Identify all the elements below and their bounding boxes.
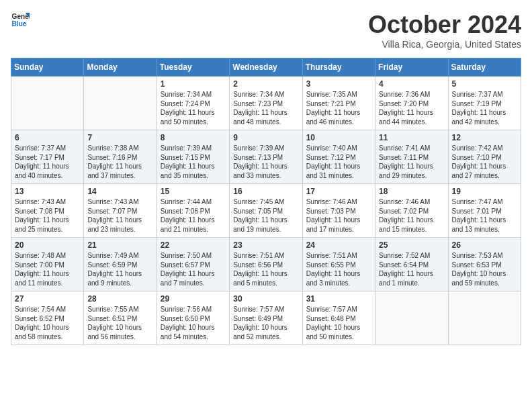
cell-content: Sunrise: 7:38 AM Sunset: 7:16 PM Dayligh… <box>87 144 152 180</box>
calendar-cell: 13Sunrise: 7:43 AM Sunset: 7:08 PM Dayli… <box>11 184 84 238</box>
calendar-week-2: 6Sunrise: 7:37 AM Sunset: 7:17 PM Daylig… <box>11 130 521 184</box>
day-number: 29 <box>161 294 226 304</box>
day-number: 9 <box>233 133 298 142</box>
cell-content: Sunrise: 7:37 AM Sunset: 7:19 PM Dayligh… <box>452 90 517 126</box>
day-number: 15 <box>161 187 226 196</box>
calendar-cell: 22Sunrise: 7:50 AM Sunset: 6:57 PM Dayli… <box>157 238 229 291</box>
cell-content: Sunrise: 7:56 AM Sunset: 6:50 PM Dayligh… <box>161 305 226 341</box>
calendar-cell: 14Sunrise: 7:43 AM Sunset: 7:07 PM Dayli… <box>84 184 157 238</box>
day-number: 12 <box>452 133 517 142</box>
cell-content: Sunrise: 7:50 AM Sunset: 6:57 PM Dayligh… <box>161 251 226 287</box>
day-number: 25 <box>379 240 444 250</box>
day-header-friday: Friday <box>375 58 448 77</box>
cell-content: Sunrise: 7:41 AM Sunset: 7:11 PM Dayligh… <box>379 144 444 180</box>
cell-content: Sunrise: 7:45 AM Sunset: 7:05 PM Dayligh… <box>233 197 298 234</box>
day-number: 20 <box>15 240 80 250</box>
calendar-cell: 25Sunrise: 7:52 AM Sunset: 6:54 PM Dayli… <box>375 238 448 291</box>
day-number: 1 <box>161 79 226 89</box>
calendar-cell: 11Sunrise: 7:41 AM Sunset: 7:11 PM Dayli… <box>375 130 448 184</box>
cell-content: Sunrise: 7:52 AM Sunset: 6:54 PM Dayligh… <box>379 251 444 287</box>
cell-content: Sunrise: 7:43 AM Sunset: 7:07 PM Dayligh… <box>87 197 152 234</box>
day-number: 4 <box>379 79 444 89</box>
day-number: 31 <box>306 294 371 304</box>
calendar-cell <box>375 291 448 345</box>
cell-content: Sunrise: 7:34 AM Sunset: 7:23 PM Dayligh… <box>233 90 298 126</box>
calendar-week-5: 27Sunrise: 7:54 AM Sunset: 6:52 PM Dayli… <box>11 291 521 345</box>
day-number: 7 <box>87 133 152 142</box>
day-number: 5 <box>452 79 517 89</box>
cell-content: Sunrise: 7:48 AM Sunset: 7:00 PM Dayligh… <box>15 251 80 287</box>
day-header-monday: Monday <box>84 58 157 77</box>
day-number: 22 <box>161 240 226 250</box>
cell-content: Sunrise: 7:40 AM Sunset: 7:12 PM Dayligh… <box>306 144 371 180</box>
calendar-cell: 27Sunrise: 7:54 AM Sunset: 6:52 PM Dayli… <box>11 291 84 345</box>
calendar-week-4: 20Sunrise: 7:48 AM Sunset: 7:00 PM Dayli… <box>11 238 521 291</box>
day-number: 8 <box>161 133 226 142</box>
calendar-cell: 8Sunrise: 7:39 AM Sunset: 7:15 PM Daylig… <box>157 130 229 184</box>
calendar-cell <box>11 77 84 130</box>
cell-content: Sunrise: 7:46 AM Sunset: 7:03 PM Dayligh… <box>306 197 371 234</box>
day-header-wednesday: Wednesday <box>230 58 302 77</box>
calendar-week-3: 13Sunrise: 7:43 AM Sunset: 7:08 PM Dayli… <box>11 184 521 238</box>
calendar-cell: 12Sunrise: 7:42 AM Sunset: 7:10 PM Dayli… <box>448 130 521 184</box>
cell-content: Sunrise: 7:57 AM Sunset: 6:48 PM Dayligh… <box>306 305 371 341</box>
calendar-cell: 26Sunrise: 7:53 AM Sunset: 6:53 PM Dayli… <box>448 238 521 291</box>
cell-content: Sunrise: 7:49 AM Sunset: 6:59 PM Dayligh… <box>87 251 152 287</box>
day-number: 18 <box>379 187 444 196</box>
logo-icon: General Blue <box>11 11 30 30</box>
day-number: 27 <box>15 294 80 304</box>
cell-content: Sunrise: 7:34 AM Sunset: 7:24 PM Dayligh… <box>161 90 226 126</box>
calendar-cell: 4Sunrise: 7:36 AM Sunset: 7:20 PM Daylig… <box>375 77 448 130</box>
calendar-table: SundayMondayTuesdayWednesdayThursdayFrid… <box>11 58 521 345</box>
cell-content: Sunrise: 7:57 AM Sunset: 6:49 PM Dayligh… <box>233 305 298 341</box>
cell-content: Sunrise: 7:42 AM Sunset: 7:10 PM Dayligh… <box>452 144 517 180</box>
cell-content: Sunrise: 7:46 AM Sunset: 7:02 PM Dayligh… <box>379 197 444 234</box>
calendar-cell: 10Sunrise: 7:40 AM Sunset: 7:12 PM Dayli… <box>302 130 375 184</box>
calendar-cell: 30Sunrise: 7:57 AM Sunset: 6:49 PM Dayli… <box>230 291 302 345</box>
day-number: 11 <box>379 133 444 142</box>
calendar-cell: 16Sunrise: 7:45 AM Sunset: 7:05 PM Dayli… <box>230 184 302 238</box>
cell-content: Sunrise: 7:51 AM Sunset: 6:55 PM Dayligh… <box>306 251 371 287</box>
cell-content: Sunrise: 7:37 AM Sunset: 7:17 PM Dayligh… <box>15 144 80 180</box>
calendar-cell: 17Sunrise: 7:46 AM Sunset: 7:03 PM Dayli… <box>302 184 375 238</box>
day-number: 10 <box>306 133 371 142</box>
calendar-cell <box>84 77 157 130</box>
day-number: 23 <box>233 240 298 250</box>
calendar-cell: 3Sunrise: 7:35 AM Sunset: 7:21 PM Daylig… <box>302 77 375 130</box>
calendar-cell: 18Sunrise: 7:46 AM Sunset: 7:02 PM Dayli… <box>375 184 448 238</box>
page-header: General Blue October 2024 Villa Rica, Ge… <box>11 11 521 50</box>
calendar-cell: 21Sunrise: 7:49 AM Sunset: 6:59 PM Dayli… <box>84 238 157 291</box>
cell-content: Sunrise: 7:53 AM Sunset: 6:53 PM Dayligh… <box>452 251 517 287</box>
day-header-thursday: Thursday <box>302 58 375 77</box>
calendar-cell: 9Sunrise: 7:39 AM Sunset: 7:13 PM Daylig… <box>230 130 302 184</box>
cell-content: Sunrise: 7:44 AM Sunset: 7:06 PM Dayligh… <box>161 197 226 234</box>
day-header-tuesday: Tuesday <box>157 58 229 77</box>
day-number: 13 <box>15 187 80 196</box>
day-number: 3 <box>306 79 371 89</box>
calendar-cell: 29Sunrise: 7:56 AM Sunset: 6:50 PM Dayli… <box>157 291 229 345</box>
calendar-cell: 24Sunrise: 7:51 AM Sunset: 6:55 PM Dayli… <box>302 238 375 291</box>
calendar-week-1: 1Sunrise: 7:34 AM Sunset: 7:24 PM Daylig… <box>11 77 521 130</box>
day-number: 30 <box>233 294 298 304</box>
month-title: October 2024 <box>368 11 521 39</box>
calendar-cell: 28Sunrise: 7:55 AM Sunset: 6:51 PM Dayli… <box>84 291 157 345</box>
calendar-cell <box>448 291 521 345</box>
cell-content: Sunrise: 7:36 AM Sunset: 7:20 PM Dayligh… <box>379 90 444 126</box>
day-number: 19 <box>452 187 517 196</box>
day-number: 17 <box>306 187 371 196</box>
cell-content: Sunrise: 7:55 AM Sunset: 6:51 PM Dayligh… <box>87 305 152 341</box>
calendar-cell: 5Sunrise: 7:37 AM Sunset: 7:19 PM Daylig… <box>448 77 521 130</box>
cell-content: Sunrise: 7:51 AM Sunset: 6:56 PM Dayligh… <box>233 251 298 287</box>
day-number: 21 <box>87 240 152 250</box>
cell-content: Sunrise: 7:54 AM Sunset: 6:52 PM Dayligh… <box>15 305 80 341</box>
cell-content: Sunrise: 7:35 AM Sunset: 7:21 PM Dayligh… <box>306 90 371 126</box>
day-number: 6 <box>15 133 80 142</box>
day-number: 28 <box>87 294 152 304</box>
calendar-cell: 20Sunrise: 7:48 AM Sunset: 7:00 PM Dayli… <box>11 238 84 291</box>
day-number: 16 <box>233 187 298 196</box>
calendar-cell: 15Sunrise: 7:44 AM Sunset: 7:06 PM Dayli… <box>157 184 229 238</box>
day-number: 24 <box>306 240 371 250</box>
calendar-cell: 7Sunrise: 7:38 AM Sunset: 7:16 PM Daylig… <box>84 130 157 184</box>
title-block: October 2024 Villa Rica, Georgia, United… <box>368 11 521 50</box>
svg-text:Blue: Blue <box>12 20 27 28</box>
